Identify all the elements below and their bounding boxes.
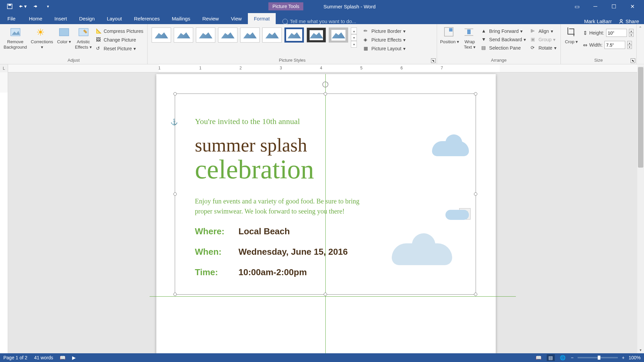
horizontal-ruler[interactable]: L 1 1 2 3 4 5 6 7: [0, 64, 644, 72]
svg-point-11: [323, 82, 328, 87]
zoom-level[interactable]: 100%: [629, 355, 641, 360]
tab-insert[interactable]: Insert: [48, 13, 73, 24]
tab-view[interactable]: View: [225, 13, 248, 24]
corrections-button[interactable]: ☀ Corrections ▾: [30, 25, 54, 58]
send-backward-button[interactable]: ▼Send Backward ▾: [480, 36, 527, 43]
resize-handle-tc[interactable]: [324, 92, 327, 96]
spellcheck-icon[interactable]: 📖: [60, 355, 65, 360]
zoom-slider[interactable]: [578, 357, 618, 358]
zoom-in-button[interactable]: +: [622, 355, 625, 360]
styles-dialog-launcher[interactable]: ⬊: [431, 58, 436, 63]
scroll-thumb[interactable]: [638, 67, 643, 168]
picture-style-5[interactable]: [240, 27, 260, 43]
compress-pictures-button[interactable]: 📐Compress Pictures: [95, 27, 145, 35]
picture-layout-button[interactable]: ▦Picture Layout ▾: [362, 45, 407, 52]
maximize-button[interactable]: ☐: [609, 1, 619, 11]
qat-customize[interactable]: ▾: [43, 2, 53, 11]
gallery-scroll-up[interactable]: ▴: [351, 27, 357, 34]
remove-background-button[interactable]: Remove Background: [3, 25, 28, 58]
resize-handle-bl[interactable]: [173, 293, 177, 296]
svg-rect-8: [467, 29, 471, 34]
word-count[interactable]: 41 words: [34, 355, 53, 360]
resize-handle-tl[interactable]: [173, 92, 177, 96]
web-layout-button[interactable]: 🌐: [559, 354, 567, 361]
picture-effects-button[interactable]: ◈Picture Effects ▾: [362, 36, 407, 44]
tab-layout[interactable]: Layout: [101, 13, 128, 24]
ribbon-tabs: File Home Insert Design Layout Reference…: [0, 13, 644, 24]
picture-style-1[interactable]: [152, 27, 171, 43]
crop-button[interactable]: Crop ▾: [564, 25, 580, 58]
align-button[interactable]: ⊫Align ▾: [529, 27, 557, 35]
resize-handle-br[interactable]: [474, 293, 477, 296]
change-picture-button[interactable]: 🖼Change Picture: [95, 36, 145, 44]
undo-button[interactable]: ▾: [18, 2, 27, 11]
picture-style-6[interactable]: [262, 27, 282, 43]
group-label-adjust: Adjust: [3, 58, 145, 63]
group-button[interactable]: ▣Group ▾: [529, 36, 557, 43]
picture-style-7[interactable]: [284, 27, 304, 43]
where-label: Where:: [195, 226, 228, 237]
resize-handle-bc[interactable]: [324, 293, 327, 296]
zoom-out-button[interactable]: −: [571, 355, 574, 360]
macro-icon[interactable]: ▶: [72, 355, 76, 360]
gallery-scroll-down[interactable]: ▾: [351, 34, 357, 41]
tab-selector[interactable]: L: [0, 64, 8, 72]
tab-review[interactable]: Review: [196, 13, 225, 24]
height-down[interactable]: ▾: [629, 33, 634, 37]
print-layout-button[interactable]: ▤: [547, 354, 555, 361]
ribbon-display-options-icon[interactable]: ▭: [572, 1, 582, 11]
tab-mailings[interactable]: Mailings: [166, 13, 196, 24]
collapse-ribbon-icon[interactable]: ˆ: [639, 26, 641, 32]
size-dialog-launcher[interactable]: ⬊: [631, 58, 635, 63]
tab-home[interactable]: Home: [23, 13, 48, 24]
cloud-graphic-2: [445, 210, 469, 220]
group-label-arrange: Arrange: [440, 58, 557, 63]
time-label: Time:: [195, 267, 228, 278]
picture-style-9[interactable]: [329, 27, 348, 43]
tab-design[interactable]: Design: [73, 13, 101, 24]
artistic-effects-button[interactable]: Artistic Effects ▾: [74, 25, 93, 58]
read-mode-button[interactable]: 📖: [535, 354, 543, 361]
resize-handle-mr[interactable]: [474, 192, 477, 196]
share-icon: [619, 19, 624, 24]
save-icon[interactable]: [5, 2, 14, 11]
resize-handle-ml[interactable]: [173, 192, 177, 196]
page-indicator[interactable]: Page 1 of 2: [3, 355, 28, 360]
redo-button[interactable]: [31, 2, 40, 11]
selection-pane-button[interactable]: ▤Selection Pane: [480, 44, 527, 52]
share-button[interactable]: Share: [619, 18, 639, 24]
tab-references[interactable]: References: [128, 13, 166, 24]
wrap-text-button[interactable]: Wrap Text ▾: [461, 25, 478, 58]
tab-file[interactable]: File: [0, 13, 23, 24]
bring-forward-button[interactable]: ▲Bring Forward ▾: [480, 27, 527, 35]
rotate-handle[interactable]: [321, 80, 329, 88]
picture-style-2[interactable]: [174, 27, 193, 43]
resize-handle-tr[interactable]: [474, 92, 477, 96]
minimize-button[interactable]: ─: [590, 1, 600, 11]
position-button[interactable]: Position ▾: [440, 25, 459, 58]
height-input[interactable]: [606, 29, 627, 37]
group-picture-styles: ▴ ▾ ▾ ✏Picture Border ▾ ◈Picture Effects…: [148, 24, 437, 64]
rotate-button[interactable]: ⟳Rotate ▾: [529, 44, 557, 52]
user-name[interactable]: Mark LaBarr: [584, 18, 612, 24]
picture-style-8[interactable]: [307, 27, 326, 43]
page[interactable]: ⚓ You're invited to the: [156, 74, 496, 362]
scroll-down-arrow[interactable]: ▾: [637, 347, 644, 353]
group-size: Crop ▾ ⇕ Height: ▴▾ ⇔ Width: ▴▾ Size ⬊: [561, 24, 637, 64]
reset-picture-button[interactable]: ↺Reset Picture ▾: [95, 45, 145, 52]
vertical-ruler[interactable]: [0, 72, 8, 362]
tell-me-search[interactable]: Tell me what you want to do...: [282, 18, 356, 24]
tab-format[interactable]: Format: [248, 13, 276, 24]
width-input[interactable]: [604, 41, 625, 49]
picture-style-3[interactable]: [196, 27, 215, 43]
picture-border-button[interactable]: ✏Picture Border ▾: [362, 27, 407, 35]
vertical-scrollbar[interactable]: ▴ ▾: [637, 65, 644, 353]
gallery-more[interactable]: ▾: [351, 41, 357, 48]
title-bar: ▾ ▾ Picture Tools Summer Splash - Word ▭…: [0, 0, 644, 13]
close-button[interactable]: ✕: [627, 1, 637, 11]
width-down[interactable]: ▾: [627, 45, 632, 49]
picture-style-4[interactable]: [218, 27, 237, 43]
color-button[interactable]: Color ▾: [56, 25, 72, 58]
height-up[interactable]: ▴: [629, 29, 634, 33]
width-up[interactable]: ▴: [627, 41, 632, 45]
